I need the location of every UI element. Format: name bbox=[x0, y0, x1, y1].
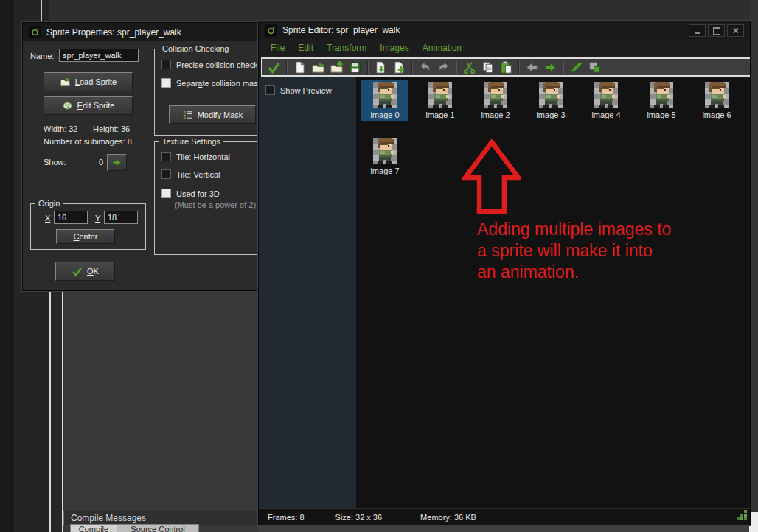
compile-messages-panel: Compile Messages bbox=[63, 511, 265, 525]
check-icon bbox=[72, 266, 83, 277]
toolbar-separator bbox=[518, 61, 520, 74]
file-down-button[interactable] bbox=[372, 60, 390, 75]
toolbar-separator bbox=[411, 61, 413, 74]
status-memory: Memory: 36 KB bbox=[420, 513, 476, 522]
subimages-count: Number of subimages: 8 bbox=[44, 137, 132, 146]
background-divider-line-right bbox=[62, 290, 63, 532]
open-folder-icon bbox=[311, 60, 325, 74]
origin-group: Origin X 16 Y 18 Center bbox=[30, 203, 146, 250]
toolbar-separator bbox=[367, 61, 369, 74]
separate-masks-checkbox[interactable]: Separate collision masks bbox=[161, 78, 259, 88]
checkbox-icon bbox=[161, 152, 171, 161]
frame-label: image 6 bbox=[702, 111, 731, 119]
check-button[interactable] bbox=[265, 60, 283, 75]
menu-file[interactable]: File bbox=[271, 43, 285, 53]
name-input[interactable]: spr_player_walk bbox=[59, 49, 139, 62]
editor-statusbar: Frames: 8 Size: 32 x 36 Memory: 36 KB bbox=[259, 508, 750, 525]
sprite-frame-thumbnail[interactable]: image 0 bbox=[361, 80, 408, 121]
center-button[interactable]: Center bbox=[56, 229, 115, 244]
check-icon bbox=[267, 60, 281, 74]
background-divider-gap bbox=[51, 290, 62, 532]
tab-source-control[interactable]: Source Control bbox=[117, 524, 199, 532]
window-title: Sprite Properties: spr_player_walk bbox=[46, 27, 181, 38]
open-folder-add-icon bbox=[330, 60, 344, 74]
sprite-editor-titlebar[interactable]: Sprite Editor: spr_player_walk bbox=[259, 21, 750, 39]
checkbox-icon bbox=[265, 85, 275, 95]
save-button[interactable] bbox=[346, 60, 364, 75]
close-button[interactable] bbox=[727, 24, 744, 37]
menu-edit[interactable]: Edit bbox=[298, 43, 313, 53]
show-preview-checkbox[interactable]: Show Preview bbox=[265, 85, 332, 95]
file-add-icon bbox=[392, 60, 406, 74]
gamemaker-icon bbox=[29, 26, 41, 38]
undo-icon bbox=[418, 60, 432, 74]
menu-animation[interactable]: Animation bbox=[423, 43, 462, 53]
frame-label: image 0 bbox=[370, 111, 399, 119]
edit-sprite-button[interactable]: Edit Sprite bbox=[44, 96, 133, 115]
menu-transform[interactable]: Transform bbox=[327, 43, 366, 53]
arrow-right-button[interactable] bbox=[541, 60, 560, 75]
resize-grip-icon[interactable] bbox=[737, 510, 748, 522]
texture-settings-group: Texture Settings Tile: Horizontal Tile: … bbox=[154, 141, 259, 255]
show-next-subimage-button[interactable] bbox=[107, 154, 127, 171]
modify-mask-button[interactable]: Modify Mask bbox=[169, 105, 256, 124]
menu-images[interactable]: Images bbox=[380, 43, 408, 53]
close-icon bbox=[732, 27, 739, 34]
sprite-image bbox=[650, 82, 673, 108]
sprite-frame-thumbnail[interactable]: image 7 bbox=[361, 136, 408, 177]
origin-y-input[interactable]: 18 bbox=[104, 211, 138, 224]
copy-button[interactable] bbox=[479, 60, 497, 75]
origin-x-input[interactable]: 16 bbox=[54, 211, 88, 224]
ok-button[interactable]: OK bbox=[55, 262, 115, 281]
cut-button[interactable] bbox=[460, 60, 479, 75]
undo-button[interactable] bbox=[416, 60, 434, 75]
frame-row-2: image 7 bbox=[357, 136, 750, 177]
editor-left-panel: Show Preview bbox=[259, 77, 357, 509]
frame-label: image 2 bbox=[481, 111, 510, 119]
used-for-3d-checkbox[interactable]: Used for 3D bbox=[161, 189, 220, 198]
window-controls bbox=[689, 24, 744, 37]
sprite-frame-thumbnail[interactable]: image 6 bbox=[693, 80, 740, 121]
editor-frames-area: image 0 image 1 bbox=[357, 77, 750, 509]
sprite-frame-thumbnail[interactable]: image 2 bbox=[472, 80, 519, 121]
precise-collision-checkbox[interactable]: Precise collision checking bbox=[161, 60, 259, 69]
open-folder-button[interactable] bbox=[309, 60, 327, 75]
editor-toolbar bbox=[261, 57, 751, 77]
sprite-frame-thumbnail[interactable]: image 3 bbox=[527, 80, 574, 121]
status-frames: Frames: 8 bbox=[268, 513, 305, 522]
arrow-right-icon bbox=[111, 157, 122, 168]
images-button[interactable] bbox=[585, 60, 604, 75]
compile-messages-title: Compile Messages bbox=[71, 513, 146, 523]
show-label: Show: bbox=[44, 158, 66, 167]
arrow-left-button[interactable] bbox=[523, 60, 541, 75]
sprite-frame-thumbnail[interactable]: image 4 bbox=[583, 80, 630, 121]
checkbox-icon bbox=[161, 78, 171, 88]
sprite-image bbox=[539, 82, 563, 108]
sprite-frame-thumbnail[interactable]: image 5 bbox=[638, 80, 685, 121]
open-folder-add-button[interactable] bbox=[327, 60, 346, 75]
tile-horizontal-checkbox[interactable]: Tile: Horizontal bbox=[161, 152, 230, 161]
arrow-left-icon bbox=[525, 60, 539, 74]
background-left-column bbox=[0, 0, 14, 532]
tile-vertical-checkbox[interactable]: Tile: Vertical bbox=[161, 169, 220, 179]
new-file-button[interactable] bbox=[291, 60, 309, 75]
redo-button[interactable] bbox=[434, 60, 453, 75]
editor-menubar: FileEditTransformImagesAnimation bbox=[259, 39, 750, 57]
status-size: Size: 32 x 36 bbox=[335, 513, 383, 522]
load-sprite-button[interactable]: Load Sprite bbox=[44, 72, 133, 91]
pencil-button[interactable] bbox=[567, 60, 585, 75]
annotation-arrow-up bbox=[462, 139, 521, 214]
minimize-button[interactable] bbox=[689, 24, 706, 37]
sprite-properties-window: Sprite Properties: spr_player_walk Name:… bbox=[22, 22, 259, 291]
new-file-icon bbox=[293, 60, 307, 74]
background-divider-line-left bbox=[49, 290, 51, 532]
maximize-button[interactable] bbox=[708, 24, 725, 37]
paste-button[interactable] bbox=[497, 60, 515, 75]
file-add-button[interactable] bbox=[390, 60, 408, 75]
sprite-properties-titlebar[interactable]: Sprite Properties: spr_player_walk bbox=[23, 23, 258, 41]
toolbar-separator bbox=[456, 61, 457, 74]
tab-compile[interactable]: Compile bbox=[70, 524, 117, 532]
sprite-frame-thumbnail[interactable]: image 1 bbox=[417, 80, 464, 121]
sprite-image bbox=[428, 82, 452, 108]
origin-x-label: X bbox=[45, 214, 50, 223]
